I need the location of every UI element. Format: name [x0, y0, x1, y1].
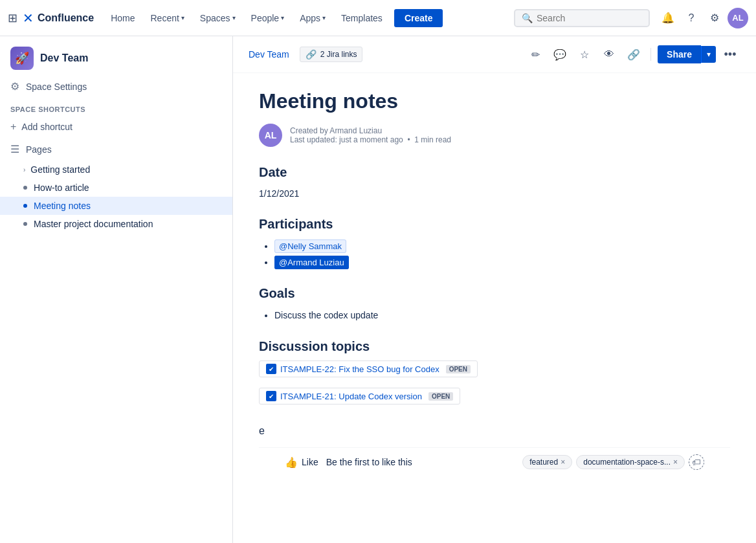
toolbar-divider — [650, 48, 651, 61]
bottom-bar: 👍 Like Be the first to like this feature… — [259, 447, 730, 476]
jira-issue-2-label: ITSAMPLE-21: Update Codex version — [280, 392, 422, 401]
watch-button[interactable]: 👁 — [599, 44, 619, 65]
meta-created: Created by Armand Luziau — [290, 126, 451, 135]
page-label: Master project documentation — [34, 219, 153, 229]
date-section: Date 1/12/2021 — [259, 165, 730, 201]
participants-list: @Nelly Sammak @Armand Luziau — [259, 238, 730, 271]
sidebar-item-meeting-notes[interactable]: Meeting notes — [0, 197, 232, 215]
list-item: Discuss the codex update — [274, 307, 730, 324]
sidebar-pages-header[interactable]: ☰ Pages ••• + — [0, 138, 232, 161]
chevron-down-icon: ▾ — [181, 14, 184, 21]
restrict-button[interactable]: 🔗 — [623, 44, 644, 65]
page-label: Getting started — [30, 164, 90, 175]
chevron-down-icon: ▾ — [232, 14, 236, 21]
pages-menu-button[interactable]: ••• — [196, 144, 210, 155]
like-button[interactable]: 👍 Like — [285, 456, 318, 469]
jira-icon: 🔗 — [306, 49, 317, 60]
jira-issue-1-label: ITSAMPLE-22: Fix the SSO bug for Codex — [280, 364, 439, 374]
settings-icon: ⚙ — [10, 80, 19, 93]
nav-spaces[interactable]: Spaces ▾ — [194, 9, 242, 27]
search-input[interactable] — [537, 13, 642, 23]
jira-issue-1[interactable]: ✔ ITSAMPLE-22: Fix the SSO bug for Codex… — [259, 360, 478, 377]
search-bar[interactable]: 🔍 — [514, 9, 650, 27]
like-subtext: Be the first to like this — [326, 457, 412, 467]
sidebar-item-master-project[interactable]: Master project documentation — [0, 215, 232, 233]
space-icon: 🚀 — [10, 47, 34, 70]
toolbar-actions: ✏ 💬 ☆ 👁 🔗 Share ▾ ••• — [525, 44, 740, 65]
mention-nelly[interactable]: @Nelly Sammak — [274, 239, 346, 253]
star-button[interactable]: ☆ — [574, 44, 595, 65]
chevron-down-icon: ▾ — [281, 14, 284, 21]
tag-documentation-remove[interactable]: × — [673, 458, 678, 467]
grid-icon[interactable]: ⊞ — [8, 11, 17, 25]
tags-area: featured × documentation-space-s... × 🏷 — [522, 454, 704, 470]
date-value: 1/12/2021 — [259, 186, 730, 201]
share-main-button[interactable]: Share — [658, 45, 701, 63]
discussion-section: Discussion topics ✔ ITSAMPLE-22: Fix the… — [259, 339, 730, 410]
dot-icon — [23, 222, 27, 226]
more-actions-button[interactable]: ••• — [720, 44, 740, 65]
topnav-icons: 🔔 ? ⚙ AL — [658, 8, 748, 28]
main-content: Dev Team 🔗 2 Jira links ✏ 💬 ☆ 👁 🔗 Share … — [233, 36, 756, 543]
comment-button[interactable]: 💬 — [550, 44, 570, 65]
space-name: Dev Team — [40, 52, 88, 64]
page-meta: AL Created by Armand Luziau Last updated… — [259, 124, 730, 147]
add-shortcut-button[interactable]: + Add shortcut — [0, 116, 232, 138]
page-title: Meeting notes — [259, 89, 730, 113]
logo[interactable]: ✕ Confluence — [23, 10, 94, 26]
dot-icon — [23, 204, 27, 208]
jira-issue-2-status: OPEN — [428, 392, 453, 401]
breadcrumb[interactable]: Dev Team — [249, 49, 289, 60]
jira-issue-1-status: OPEN — [446, 365, 471, 373]
share-dropdown-button[interactable]: ▾ — [701, 46, 716, 63]
date-heading: Date — [259, 165, 730, 180]
tag-featured-label: featured — [529, 458, 558, 467]
mention-armand[interactable]: @Armand Luziau — [274, 256, 349, 269]
dot-icon — [23, 186, 27, 190]
list-item: @Nelly Sammak — [274, 238, 730, 254]
chevron-right-icon: › — [23, 166, 25, 173]
jira-issue-icon: ✔ — [266, 364, 276, 374]
add-shortcut-label: Add shortcut — [21, 122, 72, 132]
pages-icon: ☰ — [10, 143, 19, 155]
help-button[interactable]: ? — [681, 8, 702, 28]
create-button[interactable]: Create — [394, 9, 443, 27]
meta-updated: Last updated: just a moment ago • 1 min … — [290, 135, 451, 144]
extra-content: e — [259, 425, 730, 437]
jira-issue-2[interactable]: ✔ ITSAMPLE-21: Update Codex version OPEN — [259, 388, 460, 404]
sidebar-section-label: SPACE SHORTCUTS — [0, 98, 232, 116]
tag-featured: featured × — [522, 455, 572, 469]
sidebar-item-getting-started[interactable]: › Getting started — [0, 161, 232, 179]
discussion-heading: Discussion topics — [259, 339, 730, 354]
nav-people[interactable]: People ▾ — [245, 9, 291, 27]
like-subtext-text: Be the first to like this — [326, 457, 412, 467]
sidebar-item-how-to-article[interactable]: How-to article — [0, 179, 232, 197]
page-content: Meeting notes AL Created by Armand Luzia… — [233, 73, 756, 502]
avatar[interactable]: AL — [728, 8, 748, 28]
nav-recent[interactable]: Recent ▾ — [144, 9, 190, 27]
participants-heading: Participants — [259, 217, 730, 232]
pages-label: Pages — [26, 144, 196, 155]
edit-button[interactable]: ✏ — [525, 44, 546, 65]
logo-text: Confluence — [38, 12, 94, 24]
jira-issue-icon: ✔ — [266, 391, 276, 401]
layout: 🚀 Dev Team ⚙ Space Settings SPACE SHORTC… — [0, 36, 756, 543]
add-tag-button[interactable]: 🏷 — [689, 454, 704, 470]
nav-templates[interactable]: Templates — [335, 9, 389, 27]
participants-section: Participants @Nelly Sammak @Armand Luzia… — [259, 217, 730, 271]
jira-links-badge[interactable]: 🔗 2 Jira links — [300, 47, 363, 62]
tag-featured-remove[interactable]: × — [561, 458, 565, 467]
meta-read-time: 1 min read — [414, 135, 451, 144]
notifications-button[interactable]: 🔔 — [658, 8, 678, 28]
page-meta-text: Created by Armand Luziau Last updated: j… — [290, 126, 451, 144]
list-item: @Armand Luziau — [274, 254, 730, 271]
share-button-group: Share ▾ — [658, 45, 716, 63]
sidebar-item-space-settings[interactable]: ⚙ Space Settings — [0, 75, 232, 98]
nav-apps[interactable]: Apps ▾ — [293, 9, 332, 27]
like-label: Like — [302, 457, 318, 467]
nav-home[interactable]: Home — [104, 9, 141, 27]
sidebar-space-header: 🚀 Dev Team — [0, 36, 232, 75]
settings-button[interactable]: ⚙ — [704, 8, 725, 28]
pages-add-button[interactable]: + — [212, 144, 222, 155]
page-label: Meeting notes — [34, 201, 91, 211]
